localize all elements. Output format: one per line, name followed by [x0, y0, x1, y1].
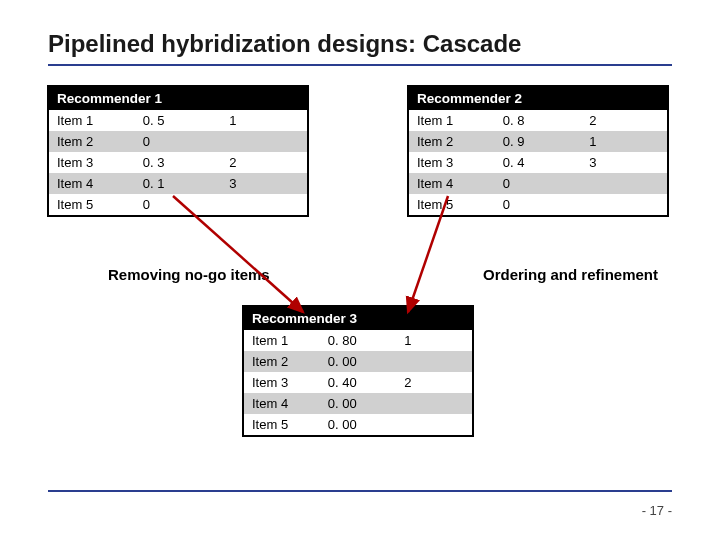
cell-score: 0. 3: [135, 152, 221, 173]
cell-rank: [396, 351, 472, 372]
cell-rank: [396, 393, 472, 414]
table-row: Item 2 0: [49, 131, 308, 152]
cell-item: Item 2: [244, 351, 320, 372]
cell-rank: 2: [581, 110, 667, 131]
cell-score: 0: [495, 194, 581, 216]
cell-item: Item 2: [49, 131, 135, 152]
table-row: Item 2 0. 9 1: [409, 131, 668, 152]
cell-rank: 1: [221, 110, 307, 131]
title-divider: [48, 64, 672, 66]
table-row: Item 3 0. 40 2: [244, 372, 473, 393]
cell-rank: 3: [221, 173, 307, 194]
cell-item: Item 1: [409, 110, 495, 131]
caption-removing: Removing no-go items: [108, 266, 270, 283]
cell-score: 0. 8: [495, 110, 581, 131]
table-row: Item 5 0: [409, 194, 668, 216]
cell-score: 0. 5: [135, 110, 221, 131]
cell-rank: 2: [221, 152, 307, 173]
cell-rank: 3: [581, 152, 667, 173]
content-area: Recommender 1 Item 1 0. 5 1 Item 2 0 Ite…: [48, 86, 672, 466]
cell-rank: [396, 414, 472, 436]
cell-item: Item 2: [409, 131, 495, 152]
cell-score: 0: [135, 131, 221, 152]
slide: Pipelined hybridization designs: Cascade…: [0, 0, 720, 540]
table-row: Item 1 0. 80 1: [244, 330, 473, 351]
page-number: - 17 -: [642, 503, 672, 518]
cell-score: 0. 40: [320, 372, 396, 393]
cell-score: 0. 00: [320, 351, 396, 372]
table-recommender-3: Recommender 3 Item 1 0. 80 1 Item 2 0. 0…: [243, 306, 473, 436]
table-row: Item 4 0: [409, 173, 668, 194]
cell-score: 0: [495, 173, 581, 194]
table-header: Recommender 3: [244, 307, 473, 331]
cell-rank: [581, 194, 667, 216]
cell-score: 0. 4: [495, 152, 581, 173]
cell-score: 0. 00: [320, 414, 396, 436]
table-row: Item 4 0. 1 3: [49, 173, 308, 194]
cell-item: Item 1: [49, 110, 135, 131]
table-recommender-2: Recommender 2 Item 1 0. 8 2 Item 2 0. 9 …: [408, 86, 668, 216]
cell-rank: 1: [396, 330, 472, 351]
cell-score: 0. 80: [320, 330, 396, 351]
table-row: Item 1 0. 8 2: [409, 110, 668, 131]
table-row: Item 5 0. 00: [244, 414, 473, 436]
cell-rank: 1: [581, 131, 667, 152]
cell-item: Item 3: [244, 372, 320, 393]
cell-item: Item 5: [49, 194, 135, 216]
cell-score: 0: [135, 194, 221, 216]
table-row: Item 3 0. 3 2: [49, 152, 308, 173]
footer-divider: [48, 490, 672, 492]
cell-score: 0. 9: [495, 131, 581, 152]
slide-title: Pipelined hybridization designs: Cascade: [48, 30, 672, 58]
table-row: Item 4 0. 00: [244, 393, 473, 414]
caption-ordering: Ordering and refinement: [483, 266, 658, 283]
table-recommender-1: Recommender 1 Item 1 0. 5 1 Item 2 0 Ite…: [48, 86, 308, 216]
table-row: Item 5 0: [49, 194, 308, 216]
cell-item: Item 3: [409, 152, 495, 173]
table-row: Item 2 0. 00: [244, 351, 473, 372]
cell-score: 0. 00: [320, 393, 396, 414]
table-row: Item 1 0. 5 1: [49, 110, 308, 131]
cell-item: Item 1: [244, 330, 320, 351]
table-header: Recommender 1: [49, 87, 308, 111]
cell-rank: [221, 131, 307, 152]
cell-item: Item 5: [409, 194, 495, 216]
cell-item: Item 4: [49, 173, 135, 194]
table-header: Recommender 2: [409, 87, 668, 111]
cell-rank: 2: [396, 372, 472, 393]
cell-item: Item 4: [409, 173, 495, 194]
cell-item: Item 4: [244, 393, 320, 414]
cell-rank: [581, 173, 667, 194]
cell-rank: [221, 194, 307, 216]
table-row: Item 3 0. 4 3: [409, 152, 668, 173]
cell-score: 0. 1: [135, 173, 221, 194]
cell-item: Item 5: [244, 414, 320, 436]
cell-item: Item 3: [49, 152, 135, 173]
